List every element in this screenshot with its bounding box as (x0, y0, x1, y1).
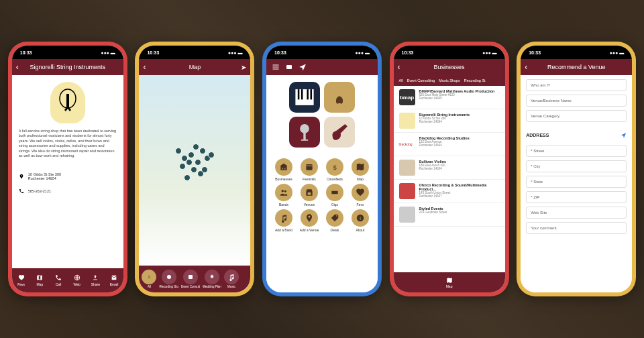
page-title: Businesses (434, 64, 465, 70)
locate-icon[interactable] (299, 63, 307, 71)
tabbar: Favs Map Call Web Share Email (12, 268, 123, 292)
card-icon[interactable] (285, 63, 293, 71)
filter-tabs: All Event Consulting Music Shops Recordi… (394, 75, 505, 86)
pin-icon (305, 213, 314, 223)
grid-favs[interactable]: Favs (348, 184, 372, 207)
grid-map[interactable]: Map (348, 158, 372, 181)
map-canvas[interactable] (139, 75, 250, 266)
tile-piano[interactable] (289, 82, 320, 113)
who-field[interactable]: Who am I? (526, 79, 627, 91)
grid-add-venue[interactable]: Add a Venue (297, 209, 321, 232)
grid-deals[interactable]: Deals (323, 209, 347, 232)
svg-point-14 (281, 190, 284, 192)
list-item[interactable]: Styled Events274 Goodman Street (394, 203, 505, 227)
phone-icon (19, 188, 24, 194)
back-icon[interactable]: ‹ (398, 62, 400, 72)
svg-rect-8 (307, 89, 309, 99)
tag-icon (330, 213, 339, 223)
cat-event[interactable] (183, 270, 198, 284)
zip-field[interactable]: * ZIP (526, 191, 627, 203)
cat-recording[interactable] (162, 270, 176, 284)
cat-music[interactable] (224, 270, 239, 284)
tab-email[interactable]: Email (105, 268, 123, 292)
phone-icon (55, 274, 62, 281)
svg-point-2 (167, 275, 171, 279)
svg-rect-6 (298, 89, 300, 99)
grid-add-band[interactable]: Add a Band (272, 209, 296, 232)
phone-detail: 10:33●●● ▬ ‹Signorelli String Instrument… (8, 42, 127, 296)
list-item[interactable]: blackdogBlackdog Recording Studios122 Ea… (394, 133, 505, 156)
grid-bands[interactable]: Bands (272, 184, 296, 207)
category-bar: ≡All Recording Stu Event Consult Wedding… (139, 266, 250, 292)
svg-rect-12 (306, 164, 312, 170)
people-icon (279, 188, 288, 197)
mail-icon (111, 274, 117, 281)
svg-rect-3 (189, 275, 193, 279)
building-icon (279, 162, 288, 172)
back-icon[interactable]: ‹ (16, 62, 19, 72)
business-logo (50, 82, 85, 123)
svg-point-10 (300, 124, 309, 133)
list-item[interactable]: Ohrico Recording & Sound/Multimedia Prod… (394, 180, 505, 203)
feature-tiles (266, 75, 378, 154)
phone-map: 10:33●●● ▬ ‹Map➤ ≡All Recording Stu Even… (135, 42, 254, 296)
tile-guitar[interactable] (324, 117, 355, 148)
heart-icon (356, 188, 365, 197)
cat-wedding[interactable] (205, 270, 219, 284)
phone-row[interactable]: 585-262-2121 (12, 184, 123, 198)
list-item[interactable]: Signorelli String Instruments10 Gibbs St… (394, 109, 505, 133)
back-icon[interactable]: ‹ (143, 62, 146, 72)
page-title: Signorelli String Instruments (30, 64, 106, 70)
store-icon (305, 188, 314, 197)
tab-favs[interactable]: Favs (12, 268, 31, 292)
tab-web[interactable]: Web (68, 268, 87, 292)
locate-icon[interactable] (621, 132, 627, 138)
address-row[interactable]: 10 Gibbs St Ste 300 Rochester 14604 (12, 168, 123, 184)
grid-venues[interactable]: Venues (297, 184, 321, 207)
cat-all[interactable]: ≡ (142, 270, 156, 284)
tab-call[interactable]: Call (49, 268, 68, 292)
grid-about[interactable]: iAbout (348, 209, 372, 232)
phone-list: 10:33●●● ▬ ‹Businesses All Event Consult… (390, 42, 509, 296)
website-field[interactable]: Web Site (526, 207, 627, 219)
calendar-icon (305, 162, 314, 172)
page-title: Recommend a Venue (547, 64, 606, 70)
filter-recording[interactable]: Recording St (464, 78, 486, 82)
header: ‹Signorelli String Instruments (12, 59, 123, 75)
filter-music[interactable]: Music Shops (439, 78, 460, 82)
note-icon (279, 213, 288, 223)
tile-violin[interactable] (324, 82, 355, 113)
tab-share[interactable]: Share (86, 268, 105, 292)
street-field[interactable]: * Street (526, 145, 627, 157)
menu-icon[interactable] (272, 63, 280, 71)
name-field[interactable]: Venue/Business Name (526, 95, 627, 107)
filter-all[interactable]: All (399, 78, 403, 82)
state-field[interactable]: * State (526, 176, 627, 188)
category-field[interactable]: Venue Category (526, 110, 627, 122)
page-title: Map (189, 64, 201, 70)
filter-event[interactable]: Event Consulting (407, 78, 435, 82)
tile-mic[interactable] (289, 117, 320, 148)
grid-gigs[interactable]: Gigs (323, 184, 347, 207)
tab-map[interactable]: Map (30, 268, 49, 292)
svg-rect-7 (301, 89, 303, 99)
list-item[interactable]: Sullivan Violins180 East Ave # 100 Roche… (394, 156, 505, 180)
back-icon[interactable]: ‹ (525, 62, 527, 72)
info-icon: i (356, 213, 365, 223)
grid-festivals[interactable]: Festivals (297, 158, 321, 181)
phone-home: 10:33●●● ▬ Businesses Festivals $Classif… (262, 42, 382, 296)
city-field[interactable]: * City (526, 160, 627, 172)
address-section: ADDRESS (521, 129, 632, 141)
map-icon (356, 162, 365, 172)
comment-field[interactable]: Your comment (526, 222, 627, 234)
svg-point-15 (284, 190, 286, 192)
top-bar (266, 59, 378, 75)
list-item[interactable]: bmapBMAP/Bernard Matthews Audio Producti… (394, 86, 505, 109)
svg-text:$: $ (333, 164, 337, 171)
locate-icon[interactable]: ➤ (241, 64, 246, 71)
globe-icon (74, 274, 80, 281)
grid-classifieds[interactable]: $Classifieds (323, 158, 347, 181)
grid-businesses[interactable]: Businesses (272, 158, 296, 181)
dollar-icon: $ (330, 162, 339, 172)
footer-map-tab[interactable]: Map (394, 272, 505, 292)
